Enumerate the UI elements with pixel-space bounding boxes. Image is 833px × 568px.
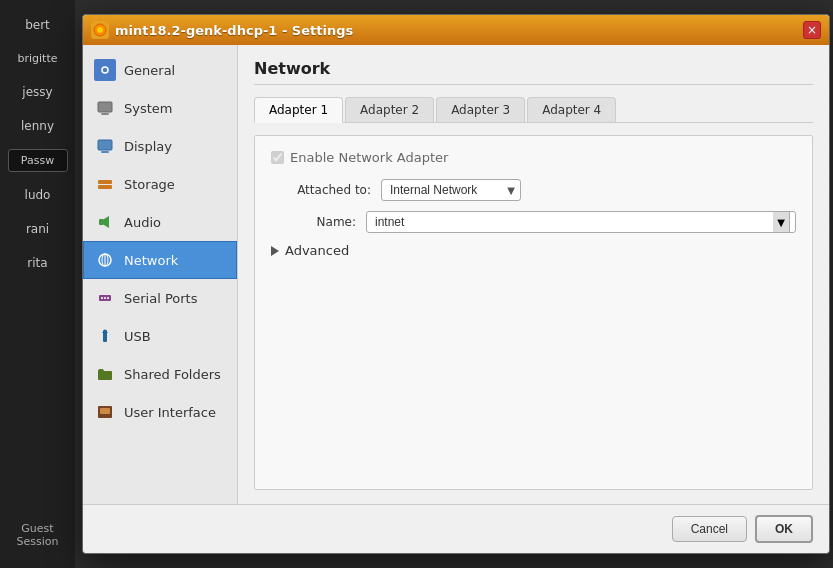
tab-adapter3[interactable]: Adapter 3 xyxy=(436,97,525,122)
tab-adapter2[interactable]: Adapter 2 xyxy=(345,97,434,122)
sidebar-item-network[interactable]: Network xyxy=(83,241,237,279)
name-control: ▼ xyxy=(366,211,796,233)
sidebar-item-storage[interactable]: Storage xyxy=(83,165,237,203)
audio-icon xyxy=(94,211,116,233)
svg-rect-10 xyxy=(99,219,104,225)
svg-rect-9 xyxy=(98,185,112,189)
enable-checkbox-row: Enable Network Adapter xyxy=(271,150,796,165)
display-label: Display xyxy=(124,139,172,154)
general-label: General xyxy=(124,63,175,78)
sidebar-item-user-interface[interactable]: User Interface xyxy=(83,393,237,431)
dialog-footer: Cancel OK xyxy=(83,504,829,553)
svg-marker-20 xyxy=(102,329,108,333)
sidebar-item-serial-ports[interactable]: Serial Ports xyxy=(83,279,237,317)
dialog-body: General System Display Storage xyxy=(83,45,829,504)
section-title: Network xyxy=(254,59,813,85)
display-icon xyxy=(94,135,116,157)
svg-rect-8 xyxy=(98,180,112,184)
sidebar: General System Display Storage xyxy=(83,45,238,504)
password-field[interactable]: Passw xyxy=(8,149,68,172)
settings-dialog: mint18.2-genk-dhcp-1 - Settings × Genera… xyxy=(82,14,830,554)
usb-icon xyxy=(94,325,116,347)
enable-adapter-label: Enable Network Adapter xyxy=(290,150,448,165)
ok-button[interactable]: OK xyxy=(755,515,813,543)
tab-adapter4[interactable]: Adapter 4 xyxy=(527,97,616,122)
svg-marker-11 xyxy=(104,216,109,228)
advanced-row[interactable]: Advanced xyxy=(271,243,796,258)
svg-point-18 xyxy=(107,297,109,299)
sidebar-item-shared-folders[interactable]: Shared Folders xyxy=(83,355,237,393)
user-rita[interactable]: rita xyxy=(0,248,75,278)
attached-to-select[interactable]: NAT Bridged Adapter Internal Network Hos… xyxy=(381,179,521,201)
window-title: mint18.2-genk-dhcp-1 - Settings xyxy=(115,23,803,38)
sidebar-item-system[interactable]: System xyxy=(83,89,237,127)
user-jessy[interactable]: jessy xyxy=(0,77,75,107)
svg-point-16 xyxy=(101,297,103,299)
user-brigitte[interactable]: brigitte xyxy=(0,44,75,73)
storage-icon xyxy=(94,173,116,195)
cancel-button[interactable]: Cancel xyxy=(672,516,747,542)
name-input-wrapper: ▼ xyxy=(366,211,796,233)
svg-rect-4 xyxy=(98,102,112,112)
general-icon xyxy=(94,59,116,81)
attached-to-label: Attached to: xyxy=(271,183,381,197)
app-icon xyxy=(91,21,109,39)
attached-to-row: Attached to: NAT Bridged Adapter Interna… xyxy=(271,179,796,201)
titlebar: mint18.2-genk-dhcp-1 - Settings × xyxy=(83,15,829,45)
advanced-label: Advanced xyxy=(285,243,349,258)
svg-rect-6 xyxy=(98,140,112,150)
advanced-triangle-icon xyxy=(271,246,279,256)
audio-label: Audio xyxy=(124,215,161,230)
storage-label: Storage xyxy=(124,177,175,192)
user-lenny[interactable]: lenny xyxy=(0,111,75,141)
name-dropdown-button[interactable]: ▼ xyxy=(773,211,790,233)
tab-adapter1[interactable]: Adapter 1 xyxy=(254,97,343,123)
name-row: Name: ▼ xyxy=(271,211,796,233)
shared-folders-icon xyxy=(94,363,116,385)
system-icon xyxy=(94,97,116,119)
main-content: Network Adapter 1 Adapter 2 Adapter 3 Ad… xyxy=(238,45,829,504)
settings-panel: Enable Network Adapter Attached to: NAT … xyxy=(254,135,813,490)
enable-adapter-checkbox[interactable] xyxy=(271,151,284,164)
user-interface-icon xyxy=(94,401,116,423)
attached-to-control: NAT Bridged Adapter Internal Network Hos… xyxy=(381,179,521,201)
user-interface-label: User Interface xyxy=(124,405,216,420)
network-icon xyxy=(94,249,116,271)
usb-label: USB xyxy=(124,329,151,344)
user-rani[interactable]: rani xyxy=(0,214,75,244)
serial-ports-icon xyxy=(94,287,116,309)
svg-rect-2 xyxy=(98,63,112,77)
user-ludo[interactable]: ludo xyxy=(0,180,75,210)
sidebar-item-usb[interactable]: USB xyxy=(83,317,237,355)
svg-rect-22 xyxy=(100,408,110,414)
shared-folders-label: Shared Folders xyxy=(124,367,221,382)
guest-session-label[interactable]: Guest Session xyxy=(0,522,75,548)
serial-ports-label: Serial Ports xyxy=(124,291,197,306)
svg-rect-7 xyxy=(101,151,109,153)
name-label: Name: xyxy=(271,215,366,229)
svg-point-1 xyxy=(97,27,103,33)
system-label: System xyxy=(124,101,172,116)
attached-to-select-wrapper: NAT Bridged Adapter Internal Network Hos… xyxy=(381,179,521,201)
sidebar-item-general[interactable]: General xyxy=(83,51,237,89)
svg-point-17 xyxy=(104,297,106,299)
name-input[interactable] xyxy=(366,211,796,233)
network-label: Network xyxy=(124,253,178,268)
user-bert[interactable]: bert xyxy=(0,10,75,40)
close-button[interactable]: × xyxy=(803,21,821,39)
sidebar-item-audio[interactable]: Audio xyxy=(83,203,237,241)
svg-rect-5 xyxy=(101,113,109,115)
left-panel: bert brigitte jessy lenny Passw ludo ran… xyxy=(0,0,75,568)
adapter-tabs: Adapter 1 Adapter 2 Adapter 3 Adapter 4 xyxy=(254,97,813,123)
sidebar-item-display[interactable]: Display xyxy=(83,127,237,165)
